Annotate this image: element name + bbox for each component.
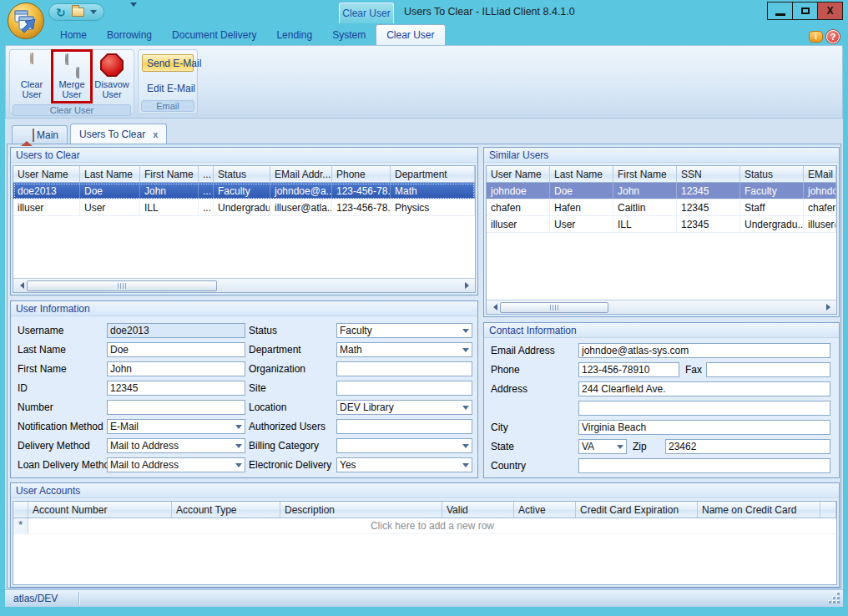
folder-dropdown-icon[interactable] xyxy=(90,10,97,18)
combo-value: Math xyxy=(337,344,460,356)
last-name-field[interactable] xyxy=(107,342,245,357)
add-new-row[interactable]: * Click here to add a new row xyxy=(13,518,836,534)
table-row[interactable]: illuser User ILL 12345 Undergradu... ill… xyxy=(487,216,836,233)
ribbon-tab-system[interactable]: System xyxy=(322,25,376,45)
cell: 12345 xyxy=(677,216,740,232)
ribbon-group-email: Send E-Mail Edit E-Mail Email xyxy=(138,49,198,114)
resize-grip[interactable] xyxy=(830,593,840,603)
maximize-button[interactable] xyxy=(792,2,818,20)
ribbon-tab-home[interactable]: Home xyxy=(50,25,97,45)
electronic-delivery-combo[interactable]: Yes xyxy=(336,457,472,472)
column-header[interactable]: Status xyxy=(740,166,804,182)
loan-delivery-method-combo[interactable]: Mail to Address xyxy=(107,457,245,472)
qat-customize-icon[interactable] xyxy=(130,7,139,18)
similar-users-panel: Similar Users User Name Last Name First … xyxy=(483,147,840,317)
chevron-down-icon xyxy=(614,440,626,453)
column-header[interactable]: Phone xyxy=(332,166,391,182)
send-email-button[interactable]: Send E-Mail xyxy=(142,54,194,72)
info-bubble-icon[interactable]: i xyxy=(809,31,823,43)
ribbon-tab-borrowing[interactable]: Borrowing xyxy=(97,25,162,45)
email-address-field[interactable] xyxy=(578,343,830,358)
column-header[interactable]: Name on Credit Card xyxy=(698,502,820,518)
disavow-user-button-label: Disavow User xyxy=(93,79,130,99)
column-header[interactable]: First Name xyxy=(613,166,677,182)
organization-field[interactable] xyxy=(336,361,472,376)
table-row[interactable]: illuser User ILL ... Undergradu... illus… xyxy=(13,199,475,216)
address-field[interactable] xyxy=(578,381,830,396)
field-label: Number xyxy=(18,400,53,415)
tab-users-to-clear[interactable]: Users To Clear x xyxy=(70,124,167,144)
cell: 123-456-78... xyxy=(332,199,391,215)
edit-email-button[interactable]: Edit E-Mail xyxy=(142,79,194,97)
country-field[interactable] xyxy=(578,458,830,473)
column-header[interactable]: EMail A xyxy=(804,166,836,182)
column-header[interactable]: Last Name xyxy=(80,166,140,182)
scroll-left-button[interactable] xyxy=(487,300,500,314)
column-header[interactable]: ... xyxy=(199,166,214,182)
column-header xyxy=(820,502,836,518)
status-combo[interactable]: Faculty xyxy=(336,323,472,338)
column-header[interactable]: Active xyxy=(514,502,576,518)
scrollbar-thumb[interactable] xyxy=(500,302,608,313)
scroll-right-button[interactable] xyxy=(823,300,836,314)
stop-octagon-icon xyxy=(100,53,124,77)
ribbon-tab-strip: Home Borrowing Document Delivery Lending… xyxy=(50,24,446,45)
close-button[interactable]: X xyxy=(817,2,843,20)
zip-field[interactable] xyxy=(665,439,830,454)
column-header[interactable]: EMail Addr... xyxy=(270,166,332,182)
tab-main[interactable]: Main xyxy=(12,125,68,144)
column-header[interactable]: Credit Card Expiration xyxy=(576,502,698,518)
state-combo[interactable]: VA xyxy=(578,439,627,454)
ribbon-tab-lending[interactable]: Lending xyxy=(266,25,322,45)
table-row[interactable]: chafen Hafen Caitlin 12345 Staff chafen xyxy=(487,199,836,216)
column-header[interactable]: SSN xyxy=(677,166,740,182)
clear-user-button[interactable]: Clear User xyxy=(13,52,50,104)
city-field[interactable] xyxy=(578,420,830,435)
fax-field[interactable] xyxy=(706,362,830,377)
department-combo[interactable]: Math xyxy=(336,342,472,357)
column-header[interactable]: Description xyxy=(280,502,442,518)
document-tab-strip: Main Users To Clear x xyxy=(12,124,169,144)
column-header[interactable]: Account Type xyxy=(172,502,280,518)
billing-category-combo[interactable] xyxy=(336,438,472,453)
cell: 12345 xyxy=(677,199,740,215)
column-header[interactable]: Account Number xyxy=(28,502,172,518)
app-logo-icon[interactable] xyxy=(7,2,45,40)
column-header[interactable]: User Name xyxy=(487,166,550,182)
field-label: Country xyxy=(491,458,526,473)
new-folder-icon[interactable] xyxy=(72,8,84,17)
column-header[interactable]: User Name xyxy=(13,166,80,182)
authorized-users-field[interactable] xyxy=(336,419,472,434)
help-icon[interactable]: ? xyxy=(826,30,840,43)
phone-field[interactable] xyxy=(578,362,679,377)
column-header[interactable]: Status xyxy=(214,166,270,182)
scroll-left-button[interactable] xyxy=(13,279,27,292)
refresh-icon[interactable]: ↻ xyxy=(56,7,66,18)
notification-method-combo[interactable]: E-Mail xyxy=(107,419,245,434)
tab-close-icon[interactable]: x xyxy=(153,129,158,139)
merge-user-button[interactable]: Merge User xyxy=(53,52,90,99)
table-row[interactable]: johndoe Doe John 12345 Faculty johndo xyxy=(487,183,836,199)
ribbon-tab-clear-user[interactable]: Clear User xyxy=(376,24,445,45)
minimize-button[interactable] xyxy=(767,2,793,20)
id-field[interactable] xyxy=(107,381,245,396)
ribbon: Clear User Merge User Disavow User xyxy=(5,45,843,119)
scroll-right-button[interactable] xyxy=(462,279,475,292)
disavow-user-button[interactable]: Disavow User xyxy=(93,52,130,104)
chevron-down-icon xyxy=(460,343,472,356)
number-field[interactable] xyxy=(107,400,245,415)
column-header[interactable]: Valid xyxy=(442,502,514,518)
location-combo[interactable]: DEV Library xyxy=(336,400,472,415)
column-header[interactable]: Last Name xyxy=(550,166,613,182)
site-field[interactable] xyxy=(336,381,472,396)
address2-field[interactable] xyxy=(578,401,830,416)
delivery-method-combo[interactable]: Mail to Address xyxy=(107,438,245,453)
column-header[interactable]: First Name xyxy=(140,166,199,182)
first-name-field[interactable] xyxy=(107,361,245,376)
column-header[interactable]: Department xyxy=(391,166,475,182)
table-row[interactable]: doe2013 Doe John ... Faculty johndoe@a..… xyxy=(13,183,475,199)
scrollbar-thumb[interactable] xyxy=(27,280,217,291)
username-field[interactable] xyxy=(107,323,245,338)
ribbon-tab-document-delivery[interactable]: Document Delivery xyxy=(162,25,266,45)
cell: John xyxy=(140,183,199,199)
